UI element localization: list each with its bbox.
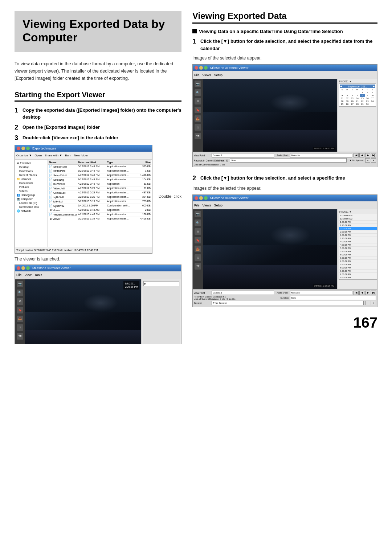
cal-day-cell	[350, 91, 355, 94]
time-list-item[interactable]: 12:00:00 AM	[339, 214, 377, 217]
cal-day-cell[interactable]: 25	[340, 103, 345, 106]
cal-btn-vol-up[interactable]: +	[371, 158, 376, 163]
cal-day-cell[interactable]: 14	[355, 97, 360, 100]
cal-day-cell[interactable]: 27	[350, 103, 355, 106]
cal-day-cell[interactable]: 12	[345, 97, 350, 100]
launched-viewer-screenshot: Milestone XProtect Viewer File View Tool…	[15, 264, 181, 344]
cal-day-cell[interactable]: 8	[360, 94, 365, 97]
cal-day-cell[interactable]: 4	[340, 94, 345, 97]
cal-day-cell[interactable]: 20	[350, 100, 355, 103]
time-btn-prev[interactable]: |◀	[354, 291, 359, 295]
main-title: Viewing Exported Data by Computer	[23, 17, 173, 44]
time-list-item[interactable]: 12:30:00 AM	[339, 217, 377, 221]
cal-day-cell[interactable]: 22	[360, 100, 365, 103]
time-btn-next[interactable]: ▶|	[371, 291, 376, 295]
time-camera-dd: Camera 1	[212, 291, 274, 295]
cal-day-cell[interactable]: 29	[360, 103, 365, 106]
time-video-area: 9/8/2011 2:26:25 PM	[203, 209, 337, 289]
time-list-item[interactable]: 2:30:00 AM	[339, 230, 377, 234]
icon-info: ℹ	[17, 324, 23, 331]
cal-day-cell[interactable]: 17	[370, 97, 375, 100]
time-list-item[interactable]: 9:00:00 AM	[339, 273, 377, 276]
sidebar-downloads: Downloads	[16, 169, 46, 173]
cal-timestamp: 9/8/2011 2:26:25 PM	[313, 147, 335, 150]
cal-day-header: W	[355, 88, 360, 91]
menu-open: Open	[35, 154, 42, 157]
cal-btn-next[interactable]: ▶|	[371, 153, 376, 157]
cal-icon-7: 🗺	[195, 133, 201, 139]
time-icon-4: 🔖	[195, 237, 201, 243]
cal-playback-btns: |◀ ◀ ▶ ▶|	[354, 153, 376, 157]
cal-month-year: September 2011	[348, 85, 367, 88]
cal-day-cell[interactable]: 9	[365, 94, 370, 97]
time-list-item[interactable]: 7:00:00 AM	[339, 260, 377, 263]
col-name-header: Name	[49, 161, 78, 164]
time-list-item[interactable]: 3:30:00 AM	[339, 237, 377, 240]
time-list-item[interactable]: 1:00:00 AM	[339, 221, 377, 224]
time-btn-play-rev[interactable]: ◀	[359, 291, 364, 295]
cal-day-cell[interactable]: 23	[365, 100, 370, 103]
cal-next-btn[interactable]: ▶	[373, 85, 375, 88]
time-list-item[interactable]: 8:30:00 AM	[339, 270, 377, 273]
cal-speaker-lbl: ▼ No Speaker	[350, 159, 364, 161]
cal-records-lbl: Records in Current Database: 51	[194, 159, 228, 162]
cal-day-cell[interactable]: 1	[360, 91, 365, 94]
time-list-item[interactable]: 5:00:00 AM	[339, 247, 377, 250]
cal-btn-play-rev[interactable]: ◀	[359, 153, 364, 157]
time-list-item[interactable]: 7:30:00 AM	[339, 263, 377, 266]
explorer-title-text: ExportedImages	[32, 147, 56, 150]
time-list-item[interactable]: 4:30:00 AM	[339, 243, 377, 247]
time-speaker-lbl-label: Speaker	[194, 302, 210, 304]
time-list-item[interactable]: 3:00:00 AM	[339, 234, 377, 237]
time-btn-vol-up[interactable]: +	[371, 301, 376, 305]
cal-day-cell[interactable]: 3	[370, 91, 375, 94]
time-duration-lbl: Duration	[281, 297, 289, 299]
cal-day-cell[interactable]: 13	[350, 97, 355, 100]
time-list-item[interactable]: 2:00:00 AM	[339, 227, 377, 230]
explorer-row: 📄 SetupCtrl.dll 4/22/2012 3:49 PM Applic…	[48, 173, 151, 178]
time-list-item[interactable]: 9:30:00 AM	[339, 276, 377, 279]
cal-limit-lbl: Limit of Current Database: 0 Mb	[194, 163, 376, 166]
cal-viewer-menu: File Views Setup	[193, 71, 377, 79]
cal-controls-row-1: View Point Camera 1 Audio (Port) No Audi…	[194, 153, 376, 157]
icon-bookmark: 🔖	[17, 307, 23, 313]
cal-day-cell[interactable]: 24	[370, 100, 375, 103]
cal-day-cell[interactable]: 11	[340, 97, 345, 100]
time-btn-vol-dn[interactable]: −	[365, 301, 370, 305]
cal-day-cell[interactable]: 16	[365, 97, 370, 100]
time-list-item[interactable]: 5:30:00 AM	[339, 250, 377, 253]
cal-day-cell[interactable]: 18	[340, 100, 345, 103]
cal-day-cell[interactable]: 21	[355, 100, 360, 103]
explorer-sidebar: ★ Favorites Desktop Downloads Recent Pla…	[15, 160, 48, 247]
cal-day-cell[interactable]: 2	[365, 91, 370, 94]
time-list-item[interactable]: 4:00:00 AM	[339, 240, 377, 243]
cal-btn-prev[interactable]: |◀	[354, 153, 359, 157]
cal-prev-btn[interactable]: ◀	[340, 85, 342, 88]
cal-day-cell[interactable]: 28	[355, 103, 360, 106]
time-list-item[interactable]: 1:30:00 AM	[339, 224, 377, 227]
step-2: 2 Open the [Exported Images] folder	[15, 124, 181, 131]
time-list-item[interactable]: 6:00:00 AM	[339, 253, 377, 257]
right-step-1-num: 1	[192, 38, 199, 45]
cal-day-cell[interactable]: 30	[365, 103, 370, 106]
explorer-rows: 📄 Setup(R).dll 5/22/2012 3:49 PM Applica…	[48, 165, 151, 221]
cal-day-cell[interactable]: 10	[370, 94, 375, 97]
cal-day-cell[interactable]: 15	[360, 97, 365, 100]
cal-camera-dd: Camera 1	[212, 153, 274, 157]
menu-tools: Tools	[34, 273, 42, 277]
cal-menu-tools: Setup	[214, 73, 222, 77]
time-btn-play[interactable]: ▶	[365, 291, 370, 295]
cal-day-cell[interactable]: 7	[355, 94, 360, 97]
cal-day-cell[interactable]: 6	[350, 94, 355, 97]
cal-btn-play[interactable]: ▶	[365, 153, 370, 157]
cal-menu-file: File	[194, 73, 200, 77]
cal-day-cell[interactable]: 26	[345, 103, 350, 106]
time-list-item[interactable]: 6:30:00 AM	[339, 257, 377, 260]
cal-day-cell[interactable]: 19	[345, 100, 350, 103]
time-list-item[interactable]: 8:00:00 AM	[339, 266, 377, 270]
cal-day-cell[interactable]: 5	[345, 94, 350, 97]
right-step-2-num: 2	[192, 175, 199, 182]
cal-btn-vol-dn[interactable]: −	[365, 158, 370, 163]
cal-viewer-title: Milestone XProtect Viewer	[210, 66, 248, 70]
explorer-row: 📄 SETUP.INI 9/20/2011 3:49 PM Applicatio…	[48, 169, 151, 173]
